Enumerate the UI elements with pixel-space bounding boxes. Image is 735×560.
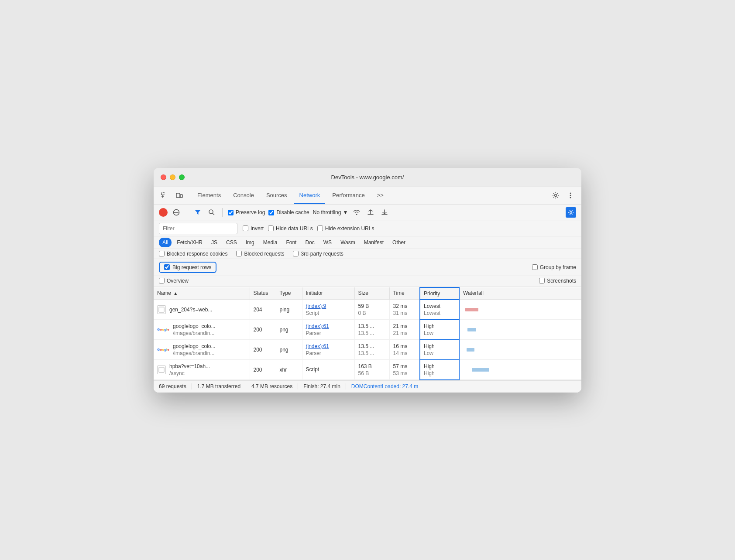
bigreq-bar: Big request rows Group by frame xyxy=(154,259,581,276)
table-row[interactable]: hpba?vet=10ah... /async 200 xhr Script xyxy=(154,360,581,380)
record-button[interactable] xyxy=(159,208,168,217)
clear-icon[interactable] xyxy=(171,207,182,218)
separator2 xyxy=(222,208,223,217)
svg-point-5 xyxy=(555,195,557,197)
col-header-status[interactable]: Status xyxy=(250,287,276,300)
type-btn-css[interactable]: CSS xyxy=(223,238,240,247)
filter-options: Invert Hide data URLs Hide extension URL… xyxy=(243,225,374,232)
td-name-0: gen_204?s=web... xyxy=(154,300,250,320)
toolbar2: Preserve log Disable cache No throttling… xyxy=(154,205,581,221)
hide-data-urls-input[interactable] xyxy=(268,225,274,231)
big-request-rows-checkbox[interactable]: Big request rows xyxy=(159,262,216,273)
type-btn-manifest[interactable]: Manifest xyxy=(361,238,387,247)
upload-icon[interactable] xyxy=(365,207,376,218)
col-header-priority[interactable]: Priority xyxy=(420,287,459,300)
network-settings-icon[interactable] xyxy=(566,207,576,218)
type-btn-doc[interactable]: Doc xyxy=(302,238,318,247)
svg-point-6 xyxy=(570,193,571,194)
table-row[interactable]: gen_204?s=web... 204 ping (index):9 Scri… xyxy=(154,300,581,320)
third-party-input[interactable] xyxy=(293,251,299,256)
overview-checkbox[interactable]: Overview xyxy=(159,278,189,284)
group-by-frame-checkbox[interactable]: Group by frame xyxy=(532,264,576,270)
td-waterfall-0 xyxy=(459,300,581,320)
resources-size: 4.7 MB resources xyxy=(246,383,298,389)
tab-elements[interactable]: Elements xyxy=(192,187,226,204)
overview-input[interactable] xyxy=(159,278,165,283)
hide-ext-urls-checkbox[interactable]: Hide extension URLs xyxy=(317,225,374,232)
screenshots-input[interactable] xyxy=(539,278,545,283)
inspect-element-icon[interactable] xyxy=(159,190,170,201)
maximize-button[interactable] xyxy=(179,174,185,180)
tab-network[interactable]: Network xyxy=(294,187,326,204)
col-header-name[interactable]: Name ▲ xyxy=(154,287,250,300)
type-btn-ws[interactable]: WS xyxy=(320,238,335,247)
td-priority-2: High Low xyxy=(420,340,459,360)
traffic-lights xyxy=(161,174,185,180)
initiator-link-1[interactable]: (index):61 xyxy=(306,323,351,329)
wifi-icon[interactable] xyxy=(351,207,362,218)
group-by-frame-input[interactable] xyxy=(532,264,538,270)
network-table: Name ▲ Status Type Initiator Size Time P… xyxy=(154,287,581,380)
google-logo-icon-1: Google xyxy=(157,327,169,332)
tab-sources[interactable]: Sources xyxy=(261,187,292,204)
type-btn-all[interactable]: All xyxy=(159,238,172,247)
blocked-cookies-checkbox[interactable]: Blocked response cookies xyxy=(159,251,227,257)
blocked-cookies-label: Blocked response cookies xyxy=(167,251,227,257)
tab-performance[interactable]: Performance xyxy=(327,187,370,204)
download-icon[interactable] xyxy=(379,207,390,218)
file-icon-0 xyxy=(157,305,166,314)
disable-cache-checkbox[interactable]: Disable cache xyxy=(268,209,309,215)
disable-cache-input[interactable] xyxy=(268,210,274,215)
td-initiator-0: (index):9 Script xyxy=(302,300,354,320)
col-header-type[interactable]: Type xyxy=(276,287,302,300)
type-btn-fetch-xhr[interactable]: Fetch/XHR xyxy=(173,238,206,247)
svg-rect-3 xyxy=(176,193,180,198)
initiator-link-0[interactable]: (index):9 xyxy=(306,303,351,309)
tab-more[interactable]: >> xyxy=(372,187,389,204)
filter-input-wrap xyxy=(159,223,237,234)
type-btn-font[interactable]: Font xyxy=(282,238,300,247)
hide-data-urls-checkbox[interactable]: Hide data URLs xyxy=(268,225,313,232)
invert-label: Invert xyxy=(251,225,264,232)
td-priority-3: High High xyxy=(420,360,459,380)
screenshots-checkbox[interactable]: Screenshots xyxy=(539,278,576,284)
invert-input[interactable] xyxy=(243,225,248,231)
tab-console[interactable]: Console xyxy=(228,187,259,204)
col-header-size[interactable]: Size xyxy=(354,287,389,300)
hide-data-urls-label: Hide data URLs xyxy=(276,225,313,232)
big-request-rows-input[interactable] xyxy=(164,264,170,270)
third-party-checkbox[interactable]: 3rd-party requests xyxy=(293,251,343,257)
search-icon[interactable] xyxy=(206,207,217,218)
type-btn-img[interactable]: Img xyxy=(242,238,258,247)
settings-icon[interactable] xyxy=(550,190,561,201)
hide-ext-urls-input[interactable] xyxy=(317,225,323,231)
close-button[interactable] xyxy=(161,174,166,180)
filter-bar: Invert Hide data URLs Hide extension URL… xyxy=(154,221,581,236)
table-row[interactable]: Google googlelogo_colo... /images/brandi… xyxy=(154,340,581,360)
filter-input[interactable] xyxy=(159,223,237,234)
col-header-waterfall[interactable]: Waterfall xyxy=(459,287,581,300)
titlebar: DevTools - www.google.com/ xyxy=(154,168,581,187)
col-header-time[interactable]: Time xyxy=(389,287,420,300)
more-options-icon[interactable] xyxy=(565,190,576,201)
device-toggle-icon[interactable] xyxy=(174,190,185,201)
preserve-log-input[interactable] xyxy=(228,210,234,215)
blocked-cookies-input[interactable] xyxy=(159,251,165,256)
type-btn-wasm[interactable]: Wasm xyxy=(337,238,359,247)
blocked-requests-checkbox[interactable]: Blocked requests xyxy=(236,251,284,257)
throttle-select[interactable]: No throttling ▼ xyxy=(313,209,348,215)
td-name-3: hpba?vet=10ah... /async xyxy=(154,360,250,380)
table-row[interactable]: Google googlelogo_colo... /images/brandi… xyxy=(154,320,581,340)
type-btn-js[interactable]: JS xyxy=(208,238,221,247)
svg-point-8 xyxy=(570,197,571,198)
td-name-1: Google googlelogo_colo... /images/brandi… xyxy=(154,320,250,340)
filter-icon[interactable] xyxy=(192,207,203,218)
invert-checkbox[interactable]: Invert xyxy=(243,225,264,232)
initiator-link-2[interactable]: (index):61 xyxy=(306,343,351,349)
blocked-requests-input[interactable] xyxy=(236,251,242,256)
type-btn-media[interactable]: Media xyxy=(260,238,281,247)
preserve-log-checkbox[interactable]: Preserve log xyxy=(228,209,265,215)
col-header-initiator[interactable]: Initiator xyxy=(302,287,354,300)
minimize-button[interactable] xyxy=(170,174,175,180)
type-btn-other[interactable]: Other xyxy=(389,238,409,247)
